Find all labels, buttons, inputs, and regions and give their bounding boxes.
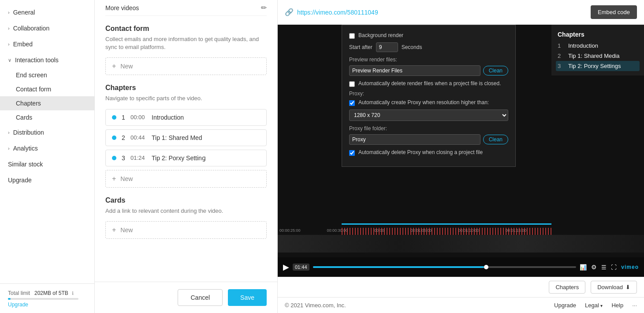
chapters-desc: Navigate to specific parts of the video. xyxy=(105,94,267,102)
plus-icon: + xyxy=(112,226,116,234)
auto-proxy-checkbox[interactable] xyxy=(349,100,355,106)
time-badge: 01:44 xyxy=(293,264,309,271)
plus-icon: + xyxy=(112,62,116,70)
sidebar-item-similar-stock[interactable]: Similar stock xyxy=(0,156,94,172)
play-button[interactable]: ▶ xyxy=(283,262,289,272)
sidebar-subitem-end-screen[interactable]: End screen xyxy=(0,68,94,82)
footer-more-icon[interactable]: ··· xyxy=(632,302,637,309)
download-action-button[interactable]: Download ⬇ xyxy=(591,281,637,294)
footer-right: Upgrade Legal ▾ Help ··· xyxy=(554,302,637,309)
cards-new-row[interactable]: + New xyxy=(105,221,267,239)
chapter-overlay-item-2[interactable]: 2 Tip 1: Shared Media xyxy=(558,53,638,59)
chapter-item-1[interactable]: 1 00:00 Introduction xyxy=(105,109,267,126)
list-icon[interactable]: ☰ xyxy=(601,264,607,271)
chapter-dot xyxy=(112,156,116,160)
info-icon: ℹ xyxy=(72,290,74,296)
settings-icon[interactable]: ⚙ xyxy=(591,264,597,271)
chapters-title: Chapters xyxy=(105,84,267,92)
sidebar-item-general[interactable]: › General xyxy=(0,4,94,20)
sidebar-nav: › General › Collaboration › Embed ∨ Inte… xyxy=(0,0,94,283)
chapter-dot xyxy=(112,115,116,120)
sidebar-item-collaboration[interactable]: › Collaboration xyxy=(0,20,94,36)
sidebar-item-analytics[interactable]: › Analytics xyxy=(0,140,94,156)
sidebar-item-interaction-tools[interactable]: ∨ Interaction tools xyxy=(0,52,94,68)
right-panel: 🔗 https://vimeo.com/580111049 Embed code… xyxy=(278,0,644,313)
preview-render-files-section: Preview render files: Preview Render Fil… xyxy=(349,57,508,76)
auto-delete-proxy-checkbox[interactable] xyxy=(349,150,355,156)
auto-delete-render-row: Automatically delete render files when a… xyxy=(349,80,508,87)
middle-content: More videos ✏ Contact form Collect email… xyxy=(95,0,277,282)
preview-render-files-select-wrap: Preview Render Files xyxy=(349,65,480,76)
contact-form-new-row[interactable]: + New xyxy=(105,57,267,75)
start-after-row: Start after Seconds xyxy=(349,42,508,52)
waveform-strip xyxy=(342,228,551,235)
background-render-checkbox[interactable] xyxy=(349,33,355,39)
plus-icon: + xyxy=(112,175,116,183)
footer-upgrade-link[interactable]: Upgrade xyxy=(554,302,576,309)
sidebar-item-upgrade[interactable]: Upgrade xyxy=(0,172,94,188)
download-icon: ⬇ xyxy=(625,284,630,290)
page-footer: © 2021 Vimeo.com, Inc. Upgrade Legal ▾ H… xyxy=(278,297,644,313)
preview-render-files-select[interactable]: Preview Render Files xyxy=(349,65,480,76)
middle-panel: More videos ✏ Contact form Collect email… xyxy=(95,0,278,313)
resolution-select[interactable]: 1280 x 720 xyxy=(349,109,508,121)
sidebar: › General › Collaboration › Embed ∨ Inte… xyxy=(0,0,95,313)
sidebar-subitem-contact-form[interactable]: Contact form xyxy=(0,82,94,96)
background-render-row: Background render xyxy=(349,32,508,39)
footer-legal-link[interactable]: Legal ▾ xyxy=(585,302,603,309)
cards-desc: Add a link to relevant content during th… xyxy=(105,207,267,215)
sidebar-subitem-chapters[interactable]: Chapters xyxy=(0,96,94,110)
upgrade-link[interactable]: Upgrade xyxy=(8,302,86,308)
proxy-folder-select[interactable]: Proxy xyxy=(349,134,480,145)
chevron-right-icon: › xyxy=(8,146,10,151)
timeline-highlight xyxy=(342,223,551,225)
chevron-right-icon: › xyxy=(8,41,10,47)
auto-delete-render-checkbox[interactable] xyxy=(349,81,355,87)
proxy-section: Proxy: Automatically create Proxy when r… xyxy=(349,91,508,121)
storage-fill xyxy=(8,298,11,300)
start-after-input[interactable] xyxy=(376,42,398,52)
chapter-item-3[interactable]: 3 01:24 Tip 2: Porxy Settinɡ xyxy=(105,150,267,166)
progress-bar[interactable] xyxy=(313,266,577,268)
chapter-dot xyxy=(112,136,116,140)
auto-delete-proxy-row: Automatically delete Proxy when closing … xyxy=(349,149,508,156)
edit-icon[interactable]: ✏ xyxy=(261,4,267,12)
copyright: © 2021 Vimeo.com, Inc. xyxy=(285,302,346,309)
render-settings-overlay: Background render Start after Seconds Pr… xyxy=(342,25,516,167)
video-url-bar: 🔗 https://vimeo.com/580111049 Embed code xyxy=(278,0,644,25)
cancel-button[interactable]: Cancel xyxy=(178,289,223,306)
chapters-action-button[interactable]: Chapters xyxy=(549,281,585,294)
chapters-overlay: Chapters 1 Introduction 2 Tip 1: Shared … xyxy=(551,25,644,75)
clean-button-1[interactable]: Clean xyxy=(483,66,508,75)
sidebar-footer: Total limit 202MB of 5TB ℹ Upgrade xyxy=(0,283,94,313)
embed-code-button[interactable]: Embed code xyxy=(591,5,637,19)
video-thumb-strip xyxy=(278,235,644,253)
sidebar-item-embed[interactable]: › Embed xyxy=(0,36,94,52)
clean-button-2[interactable]: Clean xyxy=(483,135,508,144)
video-area: Background render Start after Seconds Pr… xyxy=(278,25,644,277)
vimeo-logo: vimeo xyxy=(621,264,639,270)
contact-form-section: Contact form Collect emails and more inf… xyxy=(105,25,267,75)
chapter-item-2[interactable]: 2 00:44 Tip 1: Shared Med xyxy=(105,129,267,146)
progress-fill xyxy=(313,266,484,268)
sidebar-item-distribution[interactable]: › Distribution xyxy=(0,124,94,140)
auto-proxy-row: Automatically create Proxy when resoluti… xyxy=(349,99,508,106)
video-controls: ▶ 01:44 📊 ⚙ ☰ ⛶ vimeo xyxy=(278,257,644,277)
chapter-overlay-item-3[interactable]: 3 Tip 2: Porxy Settings xyxy=(556,61,640,71)
progress-thumb xyxy=(484,265,488,269)
sidebar-subitem-cards[interactable]: Cards xyxy=(0,110,94,124)
contact-form-desc: Collect emails and more information to g… xyxy=(105,35,267,51)
middle-footer: Cancel Save xyxy=(95,282,277,313)
more-videos-row: More videos ✏ xyxy=(105,0,267,16)
chapters-new-row[interactable]: + New xyxy=(105,170,267,188)
chevron-down-icon: ∨ xyxy=(8,57,11,63)
fullscreen-icon[interactable]: ⛶ xyxy=(611,264,617,271)
chevron-down-icon: ▾ xyxy=(600,303,603,308)
chapter-overlay-item-1[interactable]: 1 Introduction xyxy=(558,42,638,49)
save-button[interactable]: Save xyxy=(228,289,267,306)
video-url-link[interactable]: https://vimeo.com/580111049 xyxy=(297,9,587,16)
chevron-right-icon: › xyxy=(8,130,10,135)
cards-title: Cards xyxy=(105,196,267,204)
cards-section: Cards Add a link to relevant content dur… xyxy=(105,196,267,239)
footer-help-link[interactable]: Help xyxy=(611,302,623,309)
